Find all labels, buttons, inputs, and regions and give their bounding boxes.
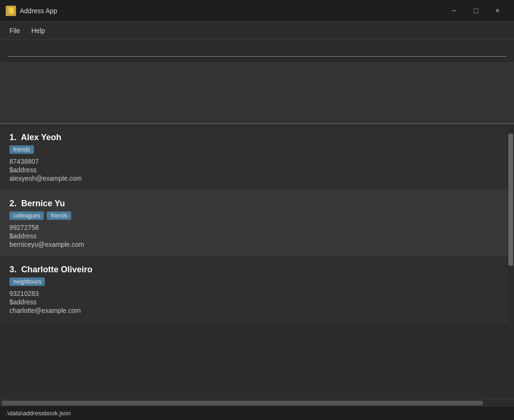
list-item[interactable]: 3. Charlotte Oliveiro neighbours 9321028… [0,256,507,322]
minimize-button[interactable]: − [443,0,465,22]
contact-phone-3: 93210283 [9,290,498,297]
tags-row-1: friends [9,145,498,154]
contact-email-2: berniceyu@example.com [9,241,498,248]
preview-panel [0,63,514,124]
tags-row-3: neighbours [9,277,498,286]
contact-address-1: $address [9,166,498,174]
contact-email-1: alexyeoh@example.com [9,175,498,182]
tag-colleagues-2: colleagues [9,211,44,220]
contacts-list: 1. Alex Yeoh friends 87438807 $address a… [0,124,507,399]
menu-help[interactable]: Help [26,25,51,36]
contact-address-3: $address [9,298,498,306]
app-icon: 📒 [6,6,16,16]
search-area [0,40,514,63]
app-title: Address App [20,7,443,15]
contact-name-3: 3. Charlotte Oliveiro [9,265,498,275]
filepath-label: .\data\addressbook.json [6,410,71,417]
close-button[interactable]: × [487,0,508,22]
window-controls: − □ × [443,0,508,22]
contact-name-1: 1. Alex Yeoh [9,133,498,143]
horizontal-scrollbar[interactable] [0,399,514,406]
contact-email-3: charlotte@example.com [9,307,498,314]
h-scrollbar-thumb[interactable] [2,401,483,405]
title-bar: 📒 Address App − □ × [0,0,514,22]
menu-file[interactable]: File [4,25,26,36]
scrollbar-thumb[interactable] [508,134,513,266]
vertical-scrollbar[interactable] [507,124,514,399]
tag-friends-1: friends [9,145,34,154]
list-item[interactable]: 2. Bernice Yu colleagues friends 9927275… [0,190,507,256]
contact-phone-1: 87438807 [9,158,498,165]
list-item[interactable]: 1. Alex Yeoh friends 87438807 $address a… [0,124,507,190]
contact-phone-2: 99272758 [9,224,498,231]
contacts-area: 1. Alex Yeoh friends 87438807 $address a… [0,124,514,399]
contact-address-2: $address [9,232,498,240]
tag-neighbours-3: neighbours [9,277,45,286]
status-bar: .\data\addressbook.json [0,406,514,420]
contact-name-2: 2. Bernice Yu [9,199,498,209]
tags-row-2: colleagues friends [9,211,498,220]
menu-bar: File Help [0,22,514,40]
search-input[interactable] [8,44,506,57]
tag-friends-2: friends [47,211,71,220]
maximize-button[interactable]: □ [465,0,487,22]
